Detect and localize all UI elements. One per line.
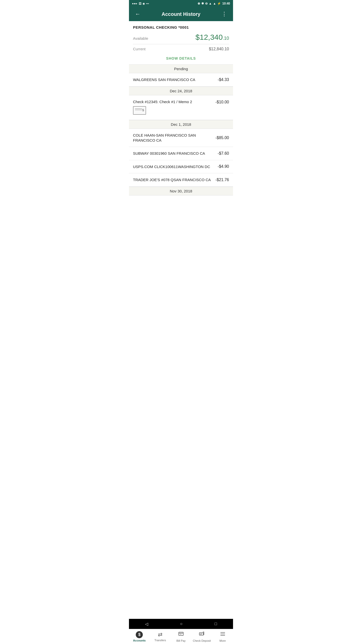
transaction-name: Check #12345: Check #1 / Memo 2	[133, 99, 212, 104]
signal-icon: ●●●·	[132, 2, 138, 5]
transaction-amount: -$85.00	[215, 136, 229, 140]
transaction-item[interactable]: COLE HAAN-SAN FRANCISCO SAN FRANCISCO CA…	[129, 129, 233, 147]
transaction-amount: -$7.60	[218, 151, 229, 156]
nov30-section-header: Nov 30, 2018	[129, 187, 233, 195]
transaction-left: SUBWAY 00301960 SAN FRANCISCO CA	[133, 151, 218, 156]
status-right-icons: ⊕ ✱ ⊖ ▲ ▲ ⚡ 10:40	[198, 2, 230, 5]
transaction-name: USPS.COM CLICK100611WASHINGTON DC	[133, 164, 215, 169]
pending-section-header: Pending	[129, 64, 233, 73]
transaction-amount: -$10.00	[215, 99, 229, 104]
transaction-name: TRADER JOE'S #078 QSAN FRANCISCO CA	[133, 177, 212, 182]
back-button[interactable]: ←	[133, 10, 143, 18]
minus-circle-icon: ⊖	[205, 2, 208, 5]
transaction-name: WALGREENS SAN FRANCISCO CA	[133, 77, 215, 82]
clock: 10:40	[222, 2, 230, 5]
page-title: Account History	[162, 11, 200, 17]
transaction-item[interactable]: USPS.COM CLICK100611WASHINGTON DC -$4.90	[129, 160, 233, 174]
transaction-left: USPS.COM CLICK100611WASHINGTON DC	[133, 164, 218, 169]
current-label: Current	[133, 47, 146, 51]
transaction-item[interactable]: WALGREENS SAN FRANCISCO CA -$4.33	[129, 73, 233, 87]
circle-icon: ◉	[143, 2, 145, 5]
available-amount: $12,340.10	[196, 33, 229, 42]
content-area: PERSONAL CHECKING *0001 Available $12,34…	[129, 21, 233, 223]
transaction-left: Check #12345: Check #1 / Memo 2	[133, 99, 215, 116]
transaction-left: TRADER JOE'S #078 QSAN FRANCISCO CA	[133, 177, 215, 182]
status-left-icons: ●●●· 🖼 ◉ •••	[132, 2, 149, 5]
nav-bar: ← Account History ⋮	[129, 7, 233, 21]
image-icon: 🖼	[139, 2, 142, 5]
dec1-section-header: Dec 1, 2018	[129, 120, 233, 129]
available-label: Available	[133, 36, 148, 41]
transaction-left: WALGREENS SAN FRANCISCO CA	[133, 77, 218, 82]
transaction-left: COLE HAAN-SAN FRANCISCO SAN FRANCISCO CA	[133, 133, 215, 143]
transaction-name: COLE HAAN-SAN FRANCISCO SAN FRANCISCO CA	[133, 133, 212, 143]
status-bar: ●●●· 🖼 ◉ ••• ⊕ ✱ ⊖ ▲ ▲ ⚡ 10:40	[129, 0, 233, 7]
available-balance-row: Available $12,340.10	[133, 33, 229, 42]
transaction-item[interactable]: SUBWAY 00301960 SAN FRANCISCO CA -$7.60	[129, 147, 233, 160]
transaction-item[interactable]: TRADER JOE'S #078 QSAN FRANCISCO CA -$21…	[129, 173, 233, 187]
transaction-amount: -$4.90	[218, 164, 229, 169]
transaction-amount: -$4.33	[218, 77, 229, 82]
more-options-button[interactable]: ⋮	[219, 10, 229, 18]
dots-icon: •••	[146, 2, 149, 5]
battery-icon: ⚡	[217, 2, 221, 5]
transaction-item[interactable]: Check #12345: Check #1 / Memo 2 -$10.00	[129, 95, 233, 120]
current-amount: $12,840.10	[209, 47, 229, 51]
bluetooth-icon: ✱	[201, 2, 204, 5]
wifi-icon: ▲	[209, 2, 212, 5]
account-info: PERSONAL CHECKING *0001 Available $12,34…	[129, 21, 233, 64]
check-image-icon	[133, 106, 146, 115]
dec24-section-header: Dec 24, 2018	[129, 87, 233, 95]
transaction-amount: -$21.76	[215, 178, 229, 182]
show-details-button[interactable]: SHOW DETAILS	[133, 53, 229, 64]
signal-bars-icon: ▲	[213, 2, 216, 5]
account-name: PERSONAL CHECKING *0001	[133, 25, 229, 29]
plus-circle-icon: ⊕	[198, 2, 200, 5]
divider	[133, 44, 229, 44]
transaction-name: SUBWAY 00301960 SAN FRANCISCO CA	[133, 151, 215, 156]
current-balance-row: Current $12,840.10	[133, 47, 229, 51]
